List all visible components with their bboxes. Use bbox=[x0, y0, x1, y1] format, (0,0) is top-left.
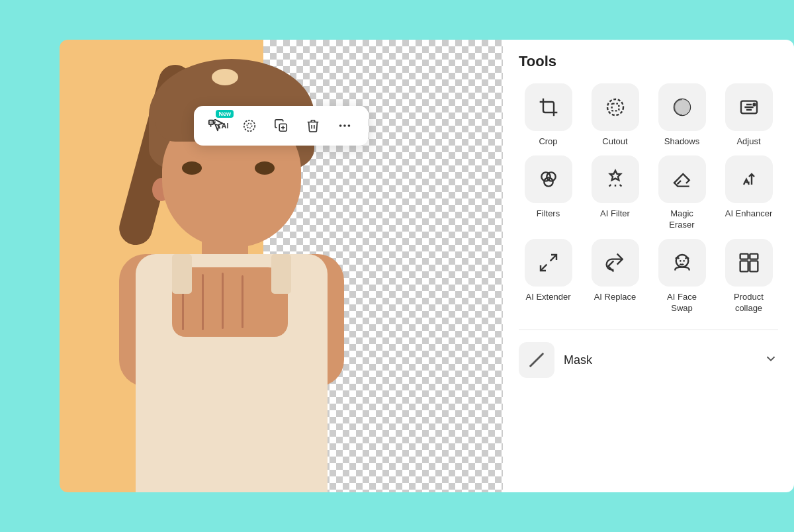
svg-point-9 bbox=[348, 124, 351, 127]
delete-button[interactable] bbox=[300, 112, 326, 139]
svg-rect-21 bbox=[740, 261, 748, 271]
tool-ai-enhancer[interactable]: AI Enhancer bbox=[719, 155, 778, 231]
svg-point-3 bbox=[247, 123, 251, 128]
ai-enhancer-label: AI Enhancer bbox=[725, 208, 773, 220]
tool-product-collage[interactable]: Productcollage bbox=[719, 239, 778, 314]
mask-label: Mask bbox=[564, 353, 592, 367]
product-collage-icon-box bbox=[725, 239, 773, 287]
mask-chevron-icon bbox=[764, 351, 778, 369]
magic-eraser-icon-box bbox=[658, 155, 706, 203]
tool-ai-filter[interactable]: AI Filter bbox=[586, 155, 644, 231]
lasso-select-button[interactable] bbox=[236, 112, 263, 139]
adjust-label: Adjust bbox=[736, 136, 760, 148]
tool-crop[interactable]: Crop bbox=[519, 83, 578, 148]
ai-replace-icon-box bbox=[592, 239, 639, 287]
mask-section[interactable]: Mask bbox=[519, 330, 778, 378]
copy-layer-button[interactable] bbox=[268, 112, 294, 139]
ai-face-swap-icon-box bbox=[658, 239, 706, 287]
ai-replace-label: AI Replace bbox=[594, 292, 637, 303]
ai-filter-icon-box bbox=[592, 155, 639, 203]
svg-point-7 bbox=[339, 124, 342, 127]
crop-icon-box bbox=[525, 83, 572, 131]
mask-icon-box bbox=[519, 342, 554, 378]
ai-select-button[interactable]: New AI AI bbox=[204, 112, 231, 139]
ai-extender-label: AI Extender bbox=[526, 292, 571, 303]
ai-enhancer-icon-box bbox=[725, 155, 773, 203]
shadows-label: Shadows bbox=[664, 136, 699, 148]
canvas-area: New AI AI bbox=[60, 40, 503, 492]
floating-toolbar: New AI AI bbox=[194, 106, 369, 146]
ai-face-swap-label: AI FaceSwap bbox=[667, 292, 697, 314]
svg-line-23 bbox=[531, 354, 543, 367]
more-options-button[interactable] bbox=[331, 112, 358, 139]
tool-ai-extender[interactable]: AI Extender bbox=[519, 239, 578, 314]
svg-rect-22 bbox=[750, 261, 758, 271]
ai-filter-label: AI Filter bbox=[600, 208, 630, 220]
tool-ai-replace[interactable]: AI Replace bbox=[586, 239, 644, 314]
tool-magic-eraser[interactable]: MagicEraser bbox=[652, 155, 711, 231]
right-panel: Tools Crop bbox=[503, 40, 794, 492]
crop-label: Crop bbox=[539, 136, 557, 148]
cutout-label: Cutout bbox=[602, 136, 627, 148]
svg-point-10 bbox=[607, 99, 623, 115]
ai-extender-icon-box bbox=[525, 239, 572, 287]
svg-point-2 bbox=[244, 120, 255, 132]
tool-adjust[interactable]: Adjust bbox=[719, 83, 778, 148]
tool-filters[interactable]: Filters bbox=[519, 155, 578, 231]
new-badge: New bbox=[216, 110, 234, 118]
svg-point-8 bbox=[343, 124, 346, 127]
panel-title: Tools bbox=[519, 53, 778, 70]
cutout-icon-box bbox=[592, 83, 639, 131]
svg-rect-19 bbox=[740, 253, 748, 259]
tool-shadows[interactable]: Shadows bbox=[652, 83, 711, 148]
svg-rect-11 bbox=[611, 104, 619, 111]
svg-point-16 bbox=[547, 172, 555, 181]
svg-point-14 bbox=[752, 103, 756, 106]
svg-point-17 bbox=[544, 177, 552, 186]
svg-rect-20 bbox=[750, 253, 758, 259]
magic-eraser-label: MagicEraser bbox=[669, 208, 694, 231]
filters-icon-box bbox=[525, 155, 572, 203]
product-collage-label: Productcollage bbox=[734, 292, 764, 314]
tool-ai-face-swap[interactable]: AI FaceSwap bbox=[652, 239, 711, 314]
mask-left: Mask bbox=[519, 342, 592, 378]
tool-cutout[interactable]: Cutout bbox=[586, 83, 644, 148]
adjust-icon-box bbox=[725, 83, 773, 131]
filters-label: Filters bbox=[537, 208, 560, 220]
tools-grid: Crop Cutout bbox=[519, 83, 778, 314]
shadows-icon-box bbox=[658, 83, 706, 131]
